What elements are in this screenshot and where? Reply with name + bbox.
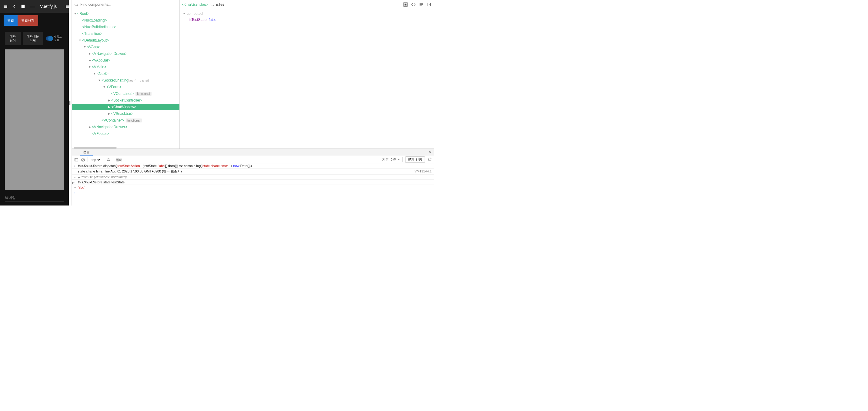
console-input-line[interactable]: › — [72, 190, 434, 195]
arrow-icon[interactable] — [107, 105, 111, 108]
tree-node-vnavigationdrawer[interactable]: <VNavigationDrawer> — [72, 50, 179, 57]
search-icon — [74, 2, 79, 7]
context-select[interactable]: top — [90, 158, 101, 162]
app-title: Vuetify.js — [40, 4, 57, 9]
console-tabs: ⋮ 콘솔 ✕ — [72, 149, 434, 156]
component-tree[interactable]: <Root><NuxtLoading><NuxtBuildIndicator><… — [72, 9, 179, 147]
section-label-text: computed — [187, 11, 203, 16]
app-preview: — Vuetify.js 연결 연결해제 대화 참여 대화내용 삭제 자동스크롤… — [0, 0, 69, 205]
console-line[interactable]: state chane time: Tue Aug 01 2023 17:00:… — [72, 168, 434, 175]
search-icon — [210, 2, 214, 6]
selected-component-crumb: <ChatWindow> — [182, 2, 209, 7]
connection-buttons: 연결 연결해제 — [0, 13, 69, 29]
tree-node-root[interactable]: <Root> — [72, 10, 179, 17]
tree-node-vmain[interactable]: <VMain> — [72, 64, 179, 70]
log-level-select[interactable]: 기본 수준 ▼ — [382, 157, 400, 162]
tree-node-chatwindow[interactable]: <ChatWindow> — [72, 104, 179, 110]
console-line[interactable]: ‹· ▶Promise {<fulfilled>: undefined} — [72, 175, 434, 180]
console-line[interactable]: › this.$nuxt.$store.dispatch('testStateA… — [72, 163, 434, 168]
gear-icon[interactable] — [427, 158, 432, 162]
prop-value: false — [209, 18, 216, 22]
prop-key: isTestState — [189, 18, 207, 22]
join-chat-button[interactable]: 대화 참여 — [5, 32, 21, 45]
svg-point-0 — [405, 4, 406, 5]
tree-node-nuxtbuildindicator[interactable]: <NuxtBuildIndicator> — [72, 24, 179, 30]
console-tab[interactable]: 콘솔 — [80, 149, 93, 156]
autoscroll-toggle[interactable] — [46, 36, 53, 41]
code-icon[interactable] — [411, 2, 416, 7]
console-input[interactable] — [78, 191, 432, 194]
arrow-icon[interactable] — [93, 72, 96, 75]
clear-icon[interactable] — [81, 158, 85, 162]
inspector-panel: <ChatWindow> ▼ computed isTestState: fal… — [180, 0, 434, 149]
back-icon[interactable] — [12, 3, 17, 9]
console-filter-input[interactable] — [116, 158, 298, 162]
issues-button[interactable]: 문제 없음 — [405, 156, 425, 163]
autoscroll-toggle-wrap: 자동스크롤 — [46, 35, 64, 42]
arrow-icon[interactable] — [79, 39, 82, 42]
tree-node-vfooter[interactable]: <VFooter> — [72, 130, 179, 137]
nickname-field[interactable]: 닉네임 — [5, 193, 64, 202]
svg-rect-1 — [75, 158, 78, 161]
autoscroll-label: 자동스크롤 — [54, 35, 64, 42]
component-search-input[interactable] — [80, 2, 177, 7]
tree-node-vsnackbar[interactable]: <VSnackbar> — [72, 110, 179, 117]
chat-area — [5, 50, 64, 190]
clear-chat-button[interactable]: 대화내용 삭제 — [23, 32, 43, 45]
devtools: <Root><NuxtLoading><NuxtBuildIndicator><… — [72, 0, 434, 205]
target-icon[interactable] — [403, 2, 408, 7]
action-row: 대화 참여 대화내용 삭제 자동스크롤 — [0, 29, 69, 48]
eye-icon[interactable] — [106, 158, 111, 162]
console-panel: ⋮ 콘솔 ✕ top 기본 수준 ▼ 문제 없음 › this.$nuxt.$s — [72, 149, 434, 205]
arrow-icon[interactable] — [88, 125, 91, 128]
tree-node-vform[interactable]: <VForm> — [72, 84, 179, 90]
devtools-top: <Root><NuxtLoading><NuxtBuildIndicator><… — [72, 0, 434, 149]
component-tree-panel: <Root><NuxtLoading><NuxtBuildIndicator><… — [72, 0, 180, 149]
menu-icon[interactable] — [3, 3, 8, 9]
nickname-label: 닉네임 — [5, 195, 16, 200]
dash-icon: — — [30, 3, 35, 10]
arrow-icon[interactable] — [74, 12, 77, 15]
arrow-icon[interactable] — [88, 65, 91, 68]
inspector-body: ▼ computed isTestState: false — [180, 9, 434, 149]
computed-property[interactable]: isTestState: false — [183, 17, 431, 23]
panel-expand-icon[interactable]: ▶ — [72, 181, 74, 184]
resize-handle[interactable]: || — [69, 0, 72, 205]
popout-icon[interactable] — [427, 2, 432, 7]
more-icon[interactable]: ⋮ — [72, 150, 80, 154]
list-icon[interactable] — [419, 2, 424, 7]
tree-node-defaultlayout[interactable]: <DefaultLayout> — [72, 37, 179, 44]
tree-node-transition[interactable]: <Transition> — [72, 30, 179, 37]
tree-node-socketcontroller[interactable]: <SocketController> — [72, 97, 179, 104]
console-line[interactable]: ‹· 'abc' — [72, 185, 434, 190]
sidebar-icon[interactable] — [74, 158, 79, 162]
tree-node-nuxtloading[interactable]: <NuxtLoading> — [72, 17, 179, 24]
inspector-filter-input[interactable] — [216, 2, 240, 7]
tree-node-vcontainer[interactable]: <VContainer>functional — [72, 117, 179, 124]
console-line[interactable]: › this.$nuxt.$store.state.testState — [72, 180, 434, 185]
console-output: › this.$nuxt.$store.dispatch('testStateA… — [72, 163, 434, 205]
connect-button[interactable]: 연결 — [4, 15, 18, 26]
arrow-icon[interactable] — [88, 52, 91, 55]
inspector-tools — [403, 2, 432, 7]
arrow-icon[interactable] — [107, 112, 111, 115]
app-bar: — Vuetify.js — [0, 0, 69, 13]
window-icon[interactable] — [21, 3, 26, 9]
arrow-icon[interactable] — [88, 59, 91, 62]
source-link[interactable]: VM11144:1 — [414, 169, 432, 173]
tree-node-socketchatting[interactable]: <SocketChatting key='__transit — [72, 77, 179, 84]
inspector-header: <ChatWindow> — [180, 0, 434, 9]
arrow-icon[interactable] — [83, 45, 86, 49]
arrow-icon[interactable] — [107, 99, 111, 102]
tree-node-vapp[interactable]: <VApp> — [72, 44, 179, 50]
disconnect-button[interactable]: 연결해제 — [18, 15, 38, 26]
tree-node-nuxt[interactable]: <Nuxt> — [72, 70, 179, 77]
tree-node-vappbar[interactable]: <VAppBar> — [72, 57, 179, 64]
tree-node-vcontainer[interactable]: <VContainer>functional — [72, 90, 179, 97]
console-toolbar: top 기본 수준 ▼ 문제 없음 — [72, 156, 434, 163]
tree-node-vnavigationdrawer[interactable]: <VNavigationDrawer> — [72, 124, 179, 130]
arrow-icon[interactable] — [98, 79, 101, 82]
close-icon[interactable]: ✕ — [427, 150, 434, 154]
arrow-icon[interactable] — [103, 86, 106, 89]
computed-section[interactable]: ▼ computed — [183, 11, 431, 16]
